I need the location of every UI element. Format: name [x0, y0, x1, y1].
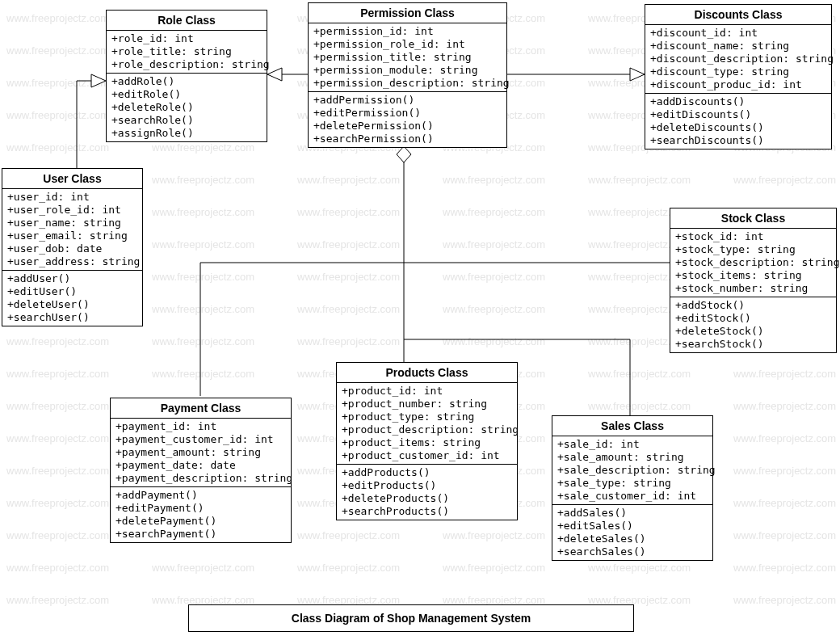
- method: +addDiscounts(): [650, 95, 826, 108]
- method: +addRole(): [111, 75, 262, 88]
- method: +addPermission(): [313, 94, 502, 107]
- method: +deleteUser(): [7, 298, 137, 311]
- attr: +permission_title: string: [313, 51, 502, 64]
- attr: +discount_type: string: [650, 65, 826, 78]
- class-products: Products Class +product_id: int +product…: [336, 362, 518, 520]
- method: +searchSales(): [557, 545, 708, 558]
- watermark-text: www.freeprojectz.com: [6, 497, 109, 509]
- attr: +role_title: string: [111, 45, 262, 58]
- class-title: Products Class: [337, 363, 517, 383]
- watermark-text: www.freeprojectz.com: [6, 77, 109, 89]
- class-attributes: +discount_id: int +discount_name: string…: [645, 25, 831, 94]
- watermark-text: www.freeprojectz.com: [6, 335, 109, 347]
- attr: +user_dob: date: [7, 242, 137, 255]
- attr: +product_items: string: [342, 436, 512, 449]
- attr: +stock_items: string: [675, 269, 831, 282]
- method: +deleteDiscounts(): [650, 121, 826, 134]
- method: +searchRole(): [111, 114, 262, 127]
- method: +addPayment(): [116, 489, 286, 502]
- method: +deletePayment(): [116, 515, 286, 528]
- watermark-text: www.freeprojectz.com: [152, 174, 254, 186]
- method: +searchPayment(): [116, 528, 286, 541]
- watermark-text: www.freeprojectz.com: [152, 303, 254, 315]
- attr: +payment_description: string: [116, 472, 286, 485]
- watermark-text: www.freeprojectz.com: [733, 562, 836, 574]
- class-attributes: +permission_id: int +permission_role_id:…: [309, 23, 506, 92]
- class-title: Sales Class: [552, 416, 712, 436]
- attr: +role_id: int: [111, 32, 262, 45]
- watermark-text: www.freeprojectz.com: [588, 174, 691, 186]
- attr: +product_description: string: [342, 423, 512, 436]
- watermark-text: www.freeprojectz.com: [733, 594, 836, 606]
- attr: +product_number: string: [342, 398, 512, 411]
- attr: +user_id: int: [7, 191, 137, 204]
- attr: +payment_amount: string: [116, 446, 286, 459]
- svg-marker-1: [267, 68, 282, 81]
- watermark-text: www.freeprojectz.com: [733, 174, 836, 186]
- watermark-text: www.freeprojectz.com: [588, 400, 691, 412]
- class-title: Stock Class: [670, 208, 836, 229]
- svg-marker-7: [397, 146, 411, 162]
- method: +addStock(): [675, 299, 831, 312]
- class-discounts: Discounts Class +discount_id: int +disco…: [645, 4, 832, 149]
- attr: +sale_customer_id: int: [557, 490, 708, 503]
- class-sales: Sales Class +sale_id: int +sale_amount: …: [552, 415, 713, 561]
- watermark-text: www.freeprojectz.com: [152, 271, 254, 283]
- watermark-text: www.freeprojectz.com: [6, 141, 109, 154]
- class-attributes: +payment_id: int +payment_customer_id: i…: [111, 419, 291, 487]
- class-methods: +addStock() +editStock() +deleteStock() …: [670, 297, 836, 352]
- watermark-text: www.freeprojectz.com: [443, 174, 545, 186]
- watermark-text: www.freeprojectz.com: [443, 562, 545, 574]
- class-methods: +addUser() +editUser() +deleteUser() +se…: [2, 271, 142, 326]
- class-methods: +addSales() +editSales() +deleteSales() …: [552, 505, 712, 560]
- method: +searchUser(): [7, 311, 137, 324]
- watermark-text: www.freeprojectz.com: [152, 238, 254, 251]
- attr: +user_name: string: [7, 217, 137, 229]
- class-title: Permission Class: [309, 3, 506, 23]
- method: +searchProducts(): [342, 505, 512, 518]
- watermark-text: www.freeprojectz.com: [443, 206, 545, 218]
- watermark-text: www.freeprojectz.com: [152, 141, 254, 154]
- watermark-text: www.freeprojectz.com: [733, 432, 836, 444]
- class-title: User Class: [2, 169, 142, 189]
- class-permission: Permission Class +permission_id: int +pe…: [308, 2, 507, 148]
- watermark-text: www.freeprojectz.com: [6, 529, 109, 541]
- attr: +product_type: string: [342, 411, 512, 423]
- method: +editStock(): [675, 312, 831, 325]
- diagram-title: Class Diagram of Shop Management System: [188, 604, 634, 632]
- method: +editUser(): [7, 285, 137, 298]
- class-attributes: +product_id: int +product_number: string…: [337, 383, 517, 465]
- attr: +sale_id: int: [557, 438, 708, 451]
- attr: +stock_description: string: [675, 256, 831, 269]
- watermark-text: www.freeprojectz.com: [297, 271, 400, 283]
- class-user: User Class +user_id: int +user_role_id: …: [2, 168, 143, 326]
- watermark-text: www.freeprojectz.com: [443, 303, 545, 315]
- class-attributes: +role_id: int +role_title: string +role_…: [107, 31, 267, 74]
- watermark-text: www.freeprojectz.com: [588, 368, 691, 380]
- method: +editDiscounts(): [650, 108, 826, 121]
- watermark-text: www.freeprojectz.com: [297, 335, 400, 347]
- method: +searchPermission(): [313, 133, 502, 145]
- watermark-text: www.freeprojectz.com: [297, 562, 400, 574]
- watermark-text: www.freeprojectz.com: [6, 400, 109, 412]
- method: +deletePermission(): [313, 120, 502, 133]
- watermark-text: www.freeprojectz.com: [6, 432, 109, 444]
- attr: +discount_description: string: [650, 53, 826, 65]
- class-title: Discounts Class: [645, 5, 831, 25]
- attr: +discount_name: string: [650, 40, 826, 53]
- watermark-text: www.freeprojectz.com: [152, 206, 254, 218]
- attr: +permission_role_id: int: [313, 38, 502, 51]
- watermark-text: www.freeprojectz.com: [297, 238, 400, 251]
- watermark-text: www.freeprojectz.com: [733, 465, 836, 477]
- watermark-text: www.freeprojectz.com: [733, 368, 836, 380]
- attr: +role_description: string: [111, 58, 262, 71]
- watermark-text: www.freeprojectz.com: [6, 12, 109, 24]
- watermark-text: www.freeprojectz.com: [443, 238, 545, 251]
- svg-marker-6: [91, 74, 106, 87]
- watermark-text: www.freeprojectz.com: [733, 497, 836, 509]
- watermark-text: www.freeprojectz.com: [297, 174, 400, 186]
- class-methods: +addDiscounts() +editDiscounts() +delete…: [645, 94, 831, 149]
- attr: +payment_id: int: [116, 420, 286, 433]
- attr: +discount_produc_id: int: [650, 78, 826, 91]
- method: +editSales(): [557, 520, 708, 533]
